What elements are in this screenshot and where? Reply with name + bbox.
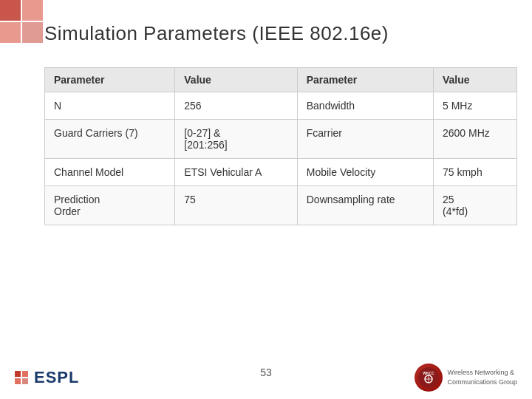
cell-param2-r4: Downsampling rate <box>297 186 433 225</box>
cell-value1-r1: 256 <box>175 92 297 120</box>
cell-value1-r2: [0-27] &[201:256] <box>175 120 297 159</box>
table-row: Guard Carriers (7) [0-27] &[201:256] Fca… <box>45 120 517 159</box>
footer: ESPL 53 WKCC Wireless Networking & Commu… <box>0 364 532 392</box>
espl-squares-icon <box>15 371 28 384</box>
wkcc-text: Wireless Networking & Communications Gro… <box>447 368 517 386</box>
cell-value2-r2: 2600 MHz <box>434 120 517 159</box>
cell-param2-r3: Mobile Velocity <box>297 159 433 186</box>
cell-param1-r3: Channel Model <box>45 159 175 186</box>
cell-param1-r4: PredictionOrder <box>45 186 175 225</box>
cell-value2-r1: 5 MHz <box>434 92 517 120</box>
wkcc-logo: WKCC Wireless Networking & Communication… <box>415 364 517 392</box>
espl-label: ESPL <box>34 368 79 387</box>
params-table: Parameter Value Parameter Value N 256 Ba… <box>44 67 517 225</box>
cell-value1-r4: 75 <box>175 186 297 225</box>
espl-logo: ESPL <box>15 368 79 387</box>
svg-text:WKCC: WKCC <box>423 371 435 375</box>
cell-value2-r3: 75 kmph <box>434 159 517 186</box>
col-header-value2: Value <box>434 68 517 92</box>
page-number: 53 <box>260 366 272 378</box>
cell-value2-r4: 25(4*fd) <box>434 186 517 225</box>
main-content: Simulation Parameters (IEEE 802.16e) Par… <box>44 15 517 355</box>
col-header-value1: Value <box>175 68 297 92</box>
cell-param2-r2: Fcarrier <box>297 120 433 159</box>
cell-param1-r2: Guard Carriers (7) <box>45 120 175 159</box>
table-row: Channel Model ETSI Vehicular A Mobile Ve… <box>45 159 517 186</box>
table-row: PredictionOrder 75 Downsampling rate 25(… <box>45 186 517 225</box>
page-title: Simulation Parameters (IEEE 802.16e) <box>44 22 517 45</box>
cell-param1-r1: N <box>45 92 175 120</box>
col-header-param2: Parameter <box>297 68 433 92</box>
table-row: N 256 Bandwidth 5 MHz <box>45 92 517 120</box>
col-header-param1: Parameter <box>45 68 175 92</box>
cell-param2-r1: Bandwidth <box>297 92 433 120</box>
wkcc-circle-icon: WKCC <box>415 364 443 392</box>
corner-decoration <box>0 0 44 44</box>
cell-value1-r3: ETSI Vehicular A <box>175 159 297 186</box>
